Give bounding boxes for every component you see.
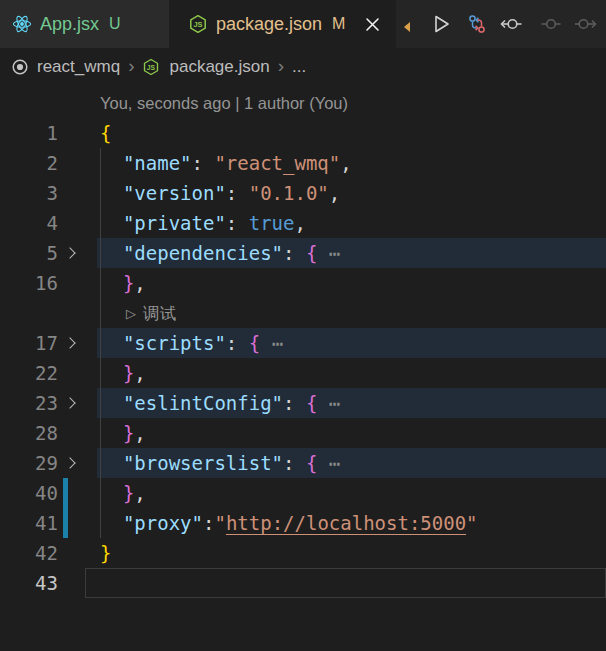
token-pu: : — [226, 182, 249, 204]
code-line-43[interactable]: 43 — [0, 568, 606, 598]
code-line-content[interactable]: { — [85, 118, 606, 148]
token-pu — [100, 512, 123, 534]
close-icon[interactable] — [362, 14, 382, 34]
code-line-content[interactable]: "version": "0.1.0", — [85, 178, 606, 208]
fold-column[interactable] — [58, 448, 85, 478]
run-code-icon[interactable] — [428, 11, 454, 37]
tab-package-json[interactable]: JS package.json M — [169, 0, 396, 48]
chevron-right-icon: › — [277, 56, 285, 78]
breadcrumb: react_wmq › JS package.json › ... — [0, 48, 606, 86]
code-line-content[interactable]: }, — [85, 358, 606, 388]
fold-column — [58, 148, 85, 178]
code-line-content[interactable]: "dependencies": { ⋯ — [85, 238, 606, 268]
code-line-40[interactable]: 40 }, — [0, 478, 606, 508]
code-line-16[interactable]: 16 }, — [0, 268, 606, 298]
line-number: 17 — [0, 328, 58, 358]
code-line-content[interactable]: } — [85, 538, 606, 568]
token-pu: : — [283, 242, 306, 264]
gutter: 1 — [0, 118, 85, 148]
token-str: " — [466, 512, 477, 534]
code-line-3[interactable]: 3 "version": "0.1.0", — [0, 178, 606, 208]
code-line-content[interactable]: }, — [85, 478, 606, 508]
token-pu — [100, 272, 123, 294]
codelens-text: You, seconds ago | 1 author (You) — [100, 89, 348, 118]
fold-chevron-icon[interactable] — [64, 457, 75, 468]
code-line-4[interactable]: 4 "private": true, — [0, 208, 606, 238]
code-line-content[interactable]: "scripts": { ⋯ — [85, 328, 606, 358]
code-line-content[interactable]: "proxy":"http://localhost:5000" — [85, 508, 606, 538]
tab-app-jsx[interactable]: App.jsx U — [0, 0, 169, 48]
next-change-icon[interactable] — [572, 11, 598, 37]
gutter: 28 — [0, 418, 85, 448]
fold-column — [58, 568, 85, 598]
current-change-icon[interactable] — [538, 11, 564, 37]
code-line-22[interactable]: 22 }, — [0, 358, 606, 388]
fold-column[interactable] — [58, 388, 85, 418]
line-number: 42 — [0, 538, 58, 568]
gutter: 29 — [0, 448, 85, 478]
indent-guide — [100, 148, 101, 538]
gutter: 23 — [0, 388, 85, 418]
token-pu: : — [203, 512, 214, 534]
code-line-content[interactable] — [85, 568, 606, 598]
code-line-41[interactable]: 41 "proxy":"http://localhost:5000" — [0, 508, 606, 538]
token-pu — [100, 422, 123, 444]
code-line-5[interactable]: 5 "dependencies": { ⋯ — [0, 238, 606, 268]
fold-chevron-icon[interactable] — [64, 337, 75, 348]
code-line-2[interactable]: 2 "name": "react_wmq", — [0, 148, 606, 178]
editor[interactable]: You, seconds ago | 1 author (You)1{2 "na… — [0, 86, 606, 651]
fold-chevron-icon[interactable] — [64, 397, 75, 408]
code-line-29[interactable]: 29 "browserslist": { ⋯ — [0, 448, 606, 478]
fold-column[interactable] — [58, 328, 85, 358]
code-line-content[interactable]: "private": true, — [85, 208, 606, 238]
breadcrumb-folder[interactable]: react_wmq — [37, 57, 120, 77]
code-line-28[interactable]: 28 }, — [0, 418, 606, 448]
code-line-content[interactable]: "browserslist": { ⋯ — [85, 448, 606, 478]
code-line-1[interactable]: 1{ — [0, 118, 606, 148]
token-pu: , — [329, 182, 340, 204]
breadcrumb-file[interactable]: package.json — [169, 57, 269, 77]
line-number: 22 — [0, 358, 58, 388]
codelens-blame[interactable]: You, seconds ago | 1 author (You) — [0, 88, 606, 118]
code-line-42[interactable]: 42} — [0, 538, 606, 568]
code-line-content[interactable]: }, — [85, 418, 606, 448]
token-b2: { — [306, 452, 317, 474]
codelens-text: 调试 — [143, 299, 176, 328]
gutter — [0, 88, 85, 118]
token-pu — [100, 452, 123, 474]
token-pu — [100, 482, 123, 504]
token-pu: , — [340, 152, 351, 174]
nodejs-icon: JS — [142, 57, 162, 77]
git-status-badge-modified: M — [332, 15, 345, 33]
code-line-content[interactable]: "eslintConfig": { ⋯ — [85, 388, 606, 418]
react-icon — [12, 14, 32, 34]
gutter: 5 — [0, 238, 85, 268]
token-pu — [100, 362, 123, 384]
line-number: 3 — [0, 178, 58, 208]
code-line-content[interactable]: "name": "react_wmq", — [85, 148, 606, 178]
line-number: 29 — [0, 448, 58, 478]
token-key: "eslintConfig" — [123, 392, 283, 414]
token-pu — [100, 182, 123, 204]
codelens-debug[interactable]: ▷调试 — [0, 298, 606, 328]
fold-column — [58, 118, 85, 148]
codelens-debug[interactable]: ▷调试 — [85, 298, 606, 328]
gutter: 16 — [0, 268, 85, 298]
previous-change-icon[interactable] — [498, 11, 524, 37]
code-line-23[interactable]: 23 "eslintConfig": { ⋯ — [0, 388, 606, 418]
code-line-content[interactable]: }, — [85, 268, 606, 298]
breadcrumb-symbol[interactable]: ... — [292, 57, 306, 77]
fold-column[interactable] — [58, 238, 85, 268]
codelens-blame[interactable]: You, seconds ago | 1 author (You) — [85, 88, 606, 118]
token-b2: { — [249, 332, 260, 354]
tab-label: package.json — [216, 14, 322, 35]
code-line-17[interactable]: 17 "scripts": { ⋯ — [0, 328, 606, 358]
fold-column — [58, 208, 85, 238]
current-line-border — [85, 568, 606, 598]
open-changes-icon[interactable] — [464, 11, 490, 37]
token-pu — [100, 332, 123, 354]
fold-chevron-icon[interactable] — [64, 247, 75, 258]
token-fold: ⋯ — [317, 392, 340, 414]
token-str: " — [214, 512, 225, 534]
git-status-badge-untracked: U — [109, 15, 121, 33]
